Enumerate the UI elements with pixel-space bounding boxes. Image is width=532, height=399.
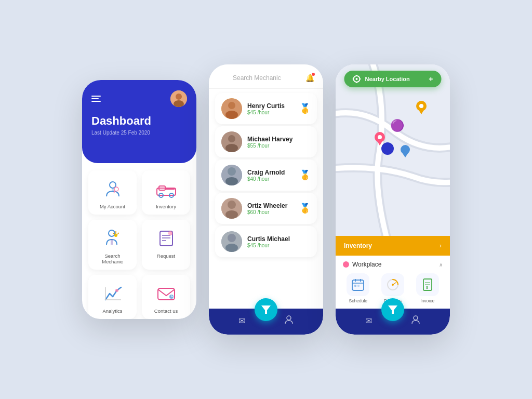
svg-marker-41	[261, 305, 271, 314]
map-bottom-nav: ✉	[336, 309, 450, 335]
mechanic-avatar-3	[221, 198, 242, 219]
mechanic-list: Henry Curtis $45 /hour 🥇	[209, 89, 323, 309]
svg-text:$: $	[426, 286, 428, 290]
svg-point-46	[378, 135, 382, 139]
svg-point-1	[176, 94, 182, 100]
badge-icon-2: 🥇	[299, 169, 311, 181]
nearby-location-button[interactable]: Nearby Location +	[344, 71, 442, 87]
dashboard-header: Dashboard Last Update 25 Feb 2020	[82, 80, 196, 163]
map-phone: 🟣	[336, 64, 450, 335]
mechanic-info-3: Ortiz Wheeler $60 /hour	[247, 202, 294, 215]
svg-point-52	[381, 142, 394, 155]
pink-dot-icon	[343, 261, 349, 268]
workplace-title: Workplace	[352, 261, 381, 268]
map-area: 🟣	[336, 64, 450, 236]
filter-fab-button-map[interactable]	[381, 298, 404, 321]
svg-point-73	[414, 316, 418, 320]
mechanic-rate-0: $45 /hour	[247, 110, 294, 115]
schedule-label: Schedule	[349, 298, 367, 303]
svg-point-28	[225, 111, 238, 119]
map-pin-3[interactable]	[416, 101, 427, 117]
svg-point-27	[228, 102, 235, 109]
account-icon	[101, 178, 124, 201]
svg-point-42	[287, 316, 291, 320]
notification-dot	[312, 73, 315, 76]
svg-text:!: !	[169, 232, 170, 235]
mechanic-rate-1: $55 /hour	[247, 143, 311, 149]
mechanic-avatar-0	[221, 98, 242, 119]
inventory-bar-label: Inventory	[344, 242, 372, 249]
workplace-left: Workplace	[343, 261, 381, 268]
user-location	[381, 142, 394, 157]
svg-point-34	[225, 177, 238, 185]
map-pin-4[interactable]	[401, 145, 410, 160]
mechanic-rate-3: $60 /hour	[247, 209, 294, 215]
mechanic-card-1[interactable]: Michael Harvey $55 /hour	[215, 126, 317, 157]
svg-rect-4	[112, 188, 114, 192]
mechanic-info-2: Craig Arnold $40 /hour	[247, 169, 294, 182]
mechanic-card-0[interactable]: Henry Curtis $45 /hour 🥇	[215, 93, 317, 124]
menu-icon[interactable]	[91, 96, 101, 102]
notification-icon[interactable]: 🔔	[304, 73, 315, 83]
nearby-label: Nearby Location	[365, 76, 410, 82]
svg-point-30	[228, 135, 235, 142]
invoice-label: Invoice	[420, 298, 434, 303]
grid-item-search-mechanic[interactable]: Search Mechanic	[88, 220, 137, 270]
mechanic-rate-2: $40 /hour	[247, 176, 294, 182]
contact-label: Contact us	[154, 308, 178, 314]
page-title: Dashboard	[91, 114, 187, 128]
mechanic-card-3[interactable]: Ortiz Wheeler $60 /hour 🥇	[215, 193, 317, 224]
svg-point-36	[228, 201, 236, 209]
svg-rect-63	[354, 285, 356, 287]
mechanic-name-3: Ortiz Wheeler	[247, 202, 294, 209]
search-mechanic-label: Search Mechanic	[94, 253, 131, 264]
mechanic-avatar-4	[221, 231, 242, 252]
grid-item-inventory[interactable]: Inventory	[142, 170, 190, 215]
svg-point-31	[225, 144, 238, 152]
map-pin-1[interactable]: 🟣	[390, 119, 404, 132]
avatar[interactable]	[170, 90, 187, 107]
svg-rect-64	[357, 285, 360, 287]
dashboard-grid: My Account Inventory	[82, 163, 196, 319]
search-placeholder[interactable]: Search Mechanic	[233, 74, 298, 82]
profile-nav-icon[interactable]	[284, 315, 294, 326]
workplace-invoice[interactable]: $ Invoice	[416, 273, 439, 303]
svg-point-11	[109, 230, 115, 236]
account-label: My Account	[100, 204, 125, 209]
badge-icon-3: 🥇	[299, 203, 311, 214]
mechanic-info-4: Curtis Michael $45 /hour	[247, 235, 311, 248]
chevron-up-icon[interactable]: ∧	[439, 262, 443, 268]
mechanic-name-2: Craig Arnold	[247, 169, 294, 176]
mechanic-name-1: Michael Harvey	[247, 136, 311, 143]
invoice-icon: $	[416, 273, 439, 296]
grid-item-request[interactable]: ! Request	[142, 220, 190, 270]
inbox-nav-icon-map[interactable]: ✉	[365, 316, 372, 326]
svg-point-37	[225, 210, 238, 219]
svg-point-5	[114, 187, 118, 191]
search-mechanic-phone: Search Mechanic 🔔	[209, 64, 323, 335]
mechanic-name-4: Curtis Michael	[247, 235, 311, 243]
mechanic-name-0: Henry Curtis	[247, 102, 294, 110]
mechanic-card-4[interactable]: Curtis Michael $45 /hour	[215, 226, 317, 257]
dashboard-phone: Dashboard Last Update 25 Feb 2020 My Acc…	[82, 80, 196, 319]
svg-point-54	[356, 78, 358, 80]
progress-icon	[381, 273, 404, 296]
svg-point-40	[225, 244, 238, 252]
mechanic-icon	[101, 227, 124, 250]
grid-item-analytics[interactable]: Analytics	[88, 275, 137, 319]
mechanic-info-0: Henry Curtis $45 /hour	[247, 102, 294, 115]
menu-icon[interactable]	[218, 76, 226, 79]
grid-item-my-account[interactable]: My Account	[88, 170, 137, 215]
inventory-label: Inventory	[156, 204, 176, 209]
inbox-nav-icon[interactable]: ✉	[238, 316, 245, 326]
inventory-bar[interactable]: Inventory ›	[336, 236, 450, 256]
analytics-icon	[101, 282, 124, 305]
filter-fab-button[interactable]	[255, 298, 277, 321]
request-icon: !	[155, 227, 178, 250]
mechanic-card-2[interactable]: Craig Arnold $40 /hour 🥇	[215, 159, 317, 191]
bottom-nav: ✉	[209, 309, 323, 335]
workplace-schedule[interactable]: Schedule	[347, 273, 369, 303]
chevron-down-icon: ›	[440, 242, 442, 249]
grid-item-contact[interactable]: Contact us	[142, 275, 190, 319]
profile-nav-icon-map[interactable]	[411, 315, 420, 326]
